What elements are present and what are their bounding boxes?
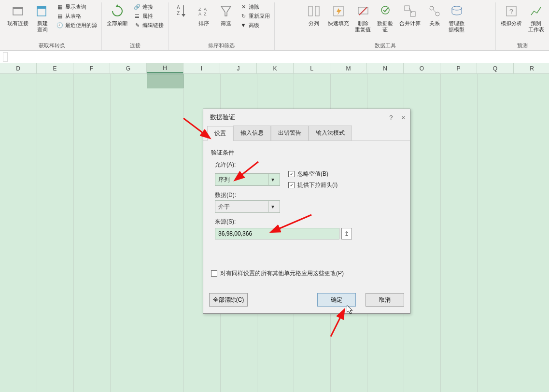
sort-icon: ZAAZ [196,3,211,19]
svg-marker-17 [337,8,341,15]
existing-connections-button[interactable]: 现有连接 [5,2,30,28]
svg-text:?: ? [509,8,513,15]
sort-az-icon: AZ [174,3,189,19]
data-model-icon [449,3,465,19]
text-to-columns-button[interactable]: 分列 [304,2,324,28]
formula-bar[interactable] [0,51,549,63]
clear-all-button[interactable]: 全部清除(C) [209,293,248,307]
col-d[interactable]: D [0,63,37,73]
apply-to-all-checkbox[interactable]: 对有同样设置的所有其他单元格应用这些更改(P) [211,269,344,278]
flash-icon [331,3,346,19]
recent-sources-button[interactable]: 🕘最近使用的源 [55,21,99,29]
ribbon-group-label: 数据工具 [375,42,396,49]
remove-duplicates-button[interactable]: 删除 重复值 [353,2,373,34]
provide-dropdown-checkbox[interactable]: ✓提供下拉箭头(I) [288,181,338,189]
svg-text:A: A [177,5,180,10]
col-h[interactable]: H [147,63,183,73]
source-input[interactable] [215,228,339,239]
relationships-icon [427,3,442,19]
svg-point-23 [430,6,434,10]
edit-links-icon: ✎ [133,21,141,29]
column-headers: D E F G H I J K L M N O P Q R [0,63,549,74]
columns-icon [306,3,322,19]
data-select[interactable]: 介于 ▾ [215,200,280,213]
ignore-blank-checkbox[interactable]: ✓忽略空值(B) [288,170,338,178]
recent-icon: 🕘 [56,21,64,29]
chevron-down-icon: ▾ [268,201,277,212]
range-picker-button[interactable]: ↥ [341,228,352,239]
manage-data-model-button[interactable]: 管理数 据模型 [447,2,467,34]
svg-point-20 [381,6,389,14]
show-queries-button[interactable]: ▦显示查询 [55,2,99,11]
dialog-title: 数据验证 [210,113,235,122]
svg-point-24 [436,12,439,16]
relationships-button[interactable]: 关系 [424,2,445,28]
svg-point-26 [452,6,462,10]
cancel-button[interactable]: 取消 [366,293,404,307]
link-icon: 🔗 [133,3,141,11]
svg-rect-1 [13,7,23,9]
svg-text:A: A [204,7,207,12]
connections-button[interactable]: 🔗连接 [132,2,165,11]
ribbon-group-data-tools: 分列 快速填充 删除 重复值 数据验 证 合并计算 关系 管理数 据模型 数据工… [275,2,496,50]
col-e[interactable]: E [37,63,73,73]
ribbon-group-label: 获取和转换 [39,42,65,49]
col-g[interactable]: G [110,63,147,73]
edit-links-button[interactable]: ✎编辑链接 [132,21,165,29]
refresh-icon [110,3,125,19]
consolidate-button[interactable]: 合并计算 [397,2,422,28]
properties-button[interactable]: ☰属性 [132,12,165,20]
svg-text:Z: Z [177,11,180,16]
tab-ime-mode[interactable]: 输入法模式 [309,126,352,140]
data-validation-button[interactable]: 数据验 证 [375,2,395,34]
col-p[interactable]: P [440,63,477,73]
col-f[interactable]: F [73,63,110,73]
reapply-icon: ↻ [239,12,247,20]
new-query-button[interactable]: 新建 查询 [32,2,53,34]
from-table-button[interactable]: ▤从表格 [55,12,99,20]
col-o[interactable]: O [404,63,440,73]
sort-asc-button[interactable]: AZ [171,2,192,21]
tab-input-message[interactable]: 输入信息 [233,126,271,140]
svg-rect-22 [410,12,415,16]
col-m[interactable]: M [330,63,367,73]
col-i[interactable]: I [183,63,220,73]
funnel-icon [218,3,234,19]
dialog-titlebar[interactable]: 数据验证 ? × [203,109,410,126]
tab-settings[interactable]: 设置 [207,126,233,141]
reapply-button[interactable]: ↻重新应用 [238,12,271,20]
table-grid-icon: ▤ [56,12,64,20]
ribbon-group-sort-filter: AZ ZAAZ 排序 筛选 ✕清除 ↻重新应用 ▼高级 排序和筛选 [169,2,275,50]
svg-marker-4 [115,4,119,7]
ok-button[interactable]: 确定 [317,293,356,307]
sort-button[interactable]: ZAAZ 排序 [194,2,214,28]
validation-criteria-label: 验证条件 [211,149,402,157]
col-l[interactable]: L [294,63,330,73]
col-q[interactable]: Q [477,63,514,73]
what-if-button[interactable]: ?模拟分析 [499,2,524,28]
tab-error-alert[interactable]: 出错警告 [271,126,309,140]
ribbon-group-label: 排序和筛选 [208,42,235,49]
allow-select[interactable]: 序列 ▾ [215,173,280,186]
col-j[interactable]: J [220,63,257,73]
col-n[interactable]: N [367,63,404,73]
advanced-icon: ▼ [239,21,247,29]
dedup-icon [355,3,371,19]
svg-rect-15 [315,6,319,16]
filter-button[interactable]: 筛选 [216,2,236,28]
close-button[interactable]: × [401,114,405,121]
col-k[interactable]: K [257,63,294,73]
dialog-tabs: 设置 输入信息 出错警告 输入法模式 [203,126,410,141]
svg-rect-3 [37,6,46,9]
refresh-all-button[interactable]: 全部刷新 [105,2,130,28]
consolidate-icon [402,3,418,19]
advanced-filter-button[interactable]: ▼高级 [238,21,271,29]
help-button[interactable]: ? [389,114,393,121]
col-r[interactable]: R [514,63,549,73]
data-label: 数据(D): [215,191,402,199]
forecast-sheet-button[interactable]: 预测 工作表 [526,2,546,34]
flash-fill-button[interactable]: 快速填充 [326,2,351,28]
clear-filter-button[interactable]: ✕清除 [238,2,271,11]
selected-cell-h1[interactable] [147,74,183,88]
ribbon: 现有连接 新建 查询 ▦显示查询 ▤从表格 🕘最近使用的源 获取和转换 全部刷新… [0,0,549,51]
